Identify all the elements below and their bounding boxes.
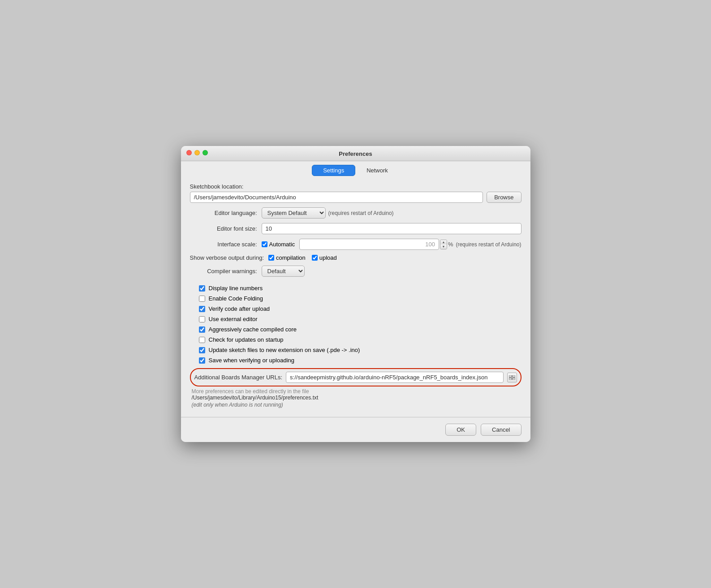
enable-code-folding-checkbox[interactable]: [199, 296, 205, 302]
svg-rect-2: [509, 378, 512, 380]
boards-manager-urls-label: Additional Boards Manager URLs:: [194, 374, 283, 381]
compiler-warnings-label: Compiler warnings:: [190, 268, 262, 275]
browse-button[interactable]: Browse: [487, 192, 521, 203]
display-line-numbers-label: Display line numbers: [209, 285, 263, 292]
editor-font-size-row: Editor font size:: [190, 223, 521, 234]
update-sketch-files-checkbox[interactable]: [199, 347, 205, 353]
verbose-compilation-label: compilation: [276, 254, 306, 261]
svg-rect-1: [513, 375, 515, 377]
tab-network[interactable]: Network: [355, 165, 399, 176]
verbose-output-label: Show verbose output during:: [190, 254, 269, 261]
editor-language-label: Editor language:: [190, 210, 262, 216]
compiler-warnings-select[interactable]: Default None More All: [262, 266, 305, 277]
bottom-bar: OK Cancel: [181, 417, 530, 442]
verify-code-checkbox[interactable]: [199, 306, 205, 312]
pref-file-note2: (edit only when Arduino is not running): [190, 402, 521, 408]
boards-manager-url-input[interactable]: [286, 372, 503, 383]
checkbox-save-when-verifying: Save when verifying or uploading: [190, 357, 521, 364]
pref-file-note: More preferences can be edited directly …: [190, 388, 521, 395]
scale-spinner[interactable]: ▲ ▼: [440, 240, 447, 249]
svg-rect-0: [509, 375, 512, 377]
checkbox-update-sketch-files: Update sketch files to new extension on …: [190, 347, 521, 353]
cancel-button[interactable]: Cancel: [481, 424, 521, 436]
interface-scale-auto-checkbox[interactable]: [262, 241, 267, 247]
checkbox-enable-code-folding: Enable Code Folding: [190, 295, 521, 302]
ok-button[interactable]: OK: [445, 424, 476, 436]
sketchbook-path-input[interactable]: [190, 192, 483, 203]
display-line-numbers-checkbox[interactable]: [199, 285, 205, 292]
close-button[interactable]: [186, 150, 192, 155]
interface-scale-note: (requires restart of Arduino): [456, 241, 521, 248]
editor-language-note: (requires restart of Arduino): [328, 210, 394, 216]
aggressively-cache-checkbox[interactable]: [199, 326, 205, 333]
tab-bar: Settings Network: [181, 161, 530, 176]
compiler-warnings-row: Compiler warnings: Default None More All: [190, 266, 521, 277]
enable-code-folding-label: Enable Code Folding: [209, 295, 263, 302]
maximize-button[interactable]: [203, 150, 208, 155]
check-updates-label: Check for updates on startup: [209, 336, 284, 343]
scale-up-button[interactable]: ▲: [440, 240, 447, 245]
settings-panel: Sketchbook location: Browse Editor langu…: [181, 176, 530, 417]
checkbox-aggressively-cache: Aggressively cache compiled core: [190, 326, 521, 333]
editor-language-row: Editor language: System Default (require…: [190, 207, 521, 219]
interface-scale-value-input[interactable]: [299, 239, 439, 250]
save-when-verifying-checkbox[interactable]: [199, 357, 205, 364]
external-editor-label: Use external editor: [209, 316, 258, 322]
boards-manager-urls-section: Additional Boards Manager URLs:: [190, 368, 521, 386]
editor-font-size-input[interactable]: [262, 223, 521, 234]
title-bar: Preferences: [181, 146, 530, 161]
save-when-verifying-label: Save when verifying or uploading: [209, 357, 295, 364]
verify-code-label: Verify code after upload: [209, 305, 270, 312]
interface-scale-row: Interface scale: Automatic ▲ ▼ % (requir…: [190, 239, 521, 250]
checkbox-verify-code: Verify code after upload: [190, 305, 521, 312]
checkbox-external-editor: Use external editor: [190, 316, 521, 322]
verbose-upload-checkbox[interactable]: [312, 255, 318, 261]
window-title: Preferences: [339, 150, 372, 157]
editor-font-size-label: Editor font size:: [190, 225, 262, 232]
interface-scale-label: Interface scale:: [190, 241, 262, 248]
checkbox-check-updates: Check for updates on startup: [190, 336, 521, 343]
boards-manager-expand-button[interactable]: [507, 373, 517, 382]
external-editor-checkbox[interactable]: [199, 316, 205, 322]
svg-rect-3: [513, 378, 515, 380]
pref-file-path: /Users/jamesdevito/Library/Arduino15/pre…: [190, 395, 521, 401]
scale-down-button[interactable]: ▼: [440, 245, 447, 249]
checkbox-display-line-numbers: Display line numbers: [190, 285, 521, 292]
minimize-button[interactable]: [194, 150, 200, 155]
expand-icon: [509, 375, 515, 380]
verbose-upload-label: upload: [319, 254, 337, 261]
sketchbook-location-label: Sketchbook location:: [190, 183, 521, 190]
traffic-lights: [186, 150, 208, 155]
verbose-output-row: Show verbose output during: compilation …: [190, 254, 521, 261]
aggressively-cache-label: Aggressively cache compiled core: [209, 326, 297, 333]
editor-language-select[interactable]: System Default: [262, 207, 326, 219]
update-sketch-files-label: Update sketch files to new extension on …: [209, 347, 360, 353]
verbose-compilation-checkbox[interactable]: [268, 255, 274, 261]
sketchbook-location-section: Sketchbook location: Browse: [190, 183, 521, 203]
scale-percent-label: %: [448, 241, 453, 248]
tab-settings[interactable]: Settings: [312, 165, 355, 176]
preferences-window: Preferences Settings Network Sketchbook …: [181, 146, 530, 442]
interface-scale-auto-label: Automatic: [269, 241, 295, 248]
check-updates-checkbox[interactable]: [199, 337, 205, 343]
